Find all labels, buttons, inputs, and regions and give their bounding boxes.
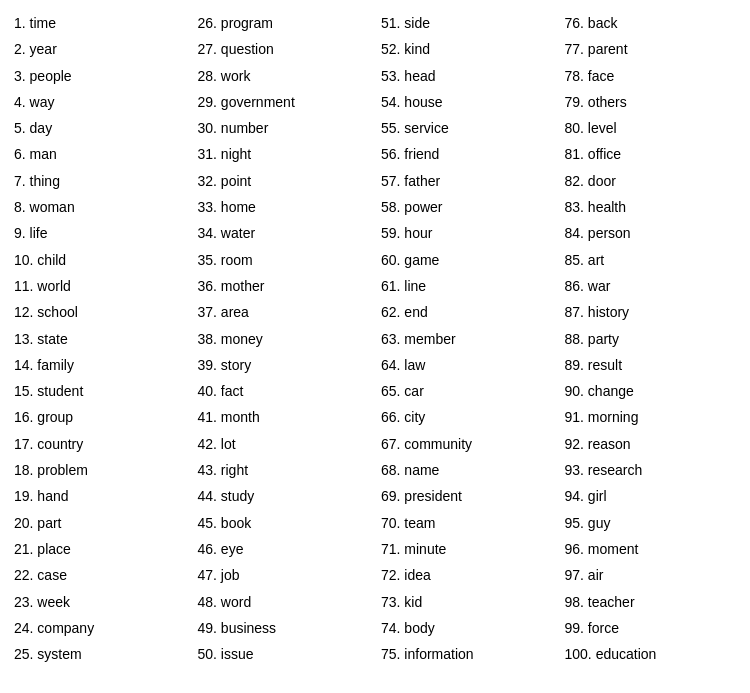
list-item: 88. party [563, 326, 739, 352]
list-item: 35. room [196, 247, 372, 273]
list-item: 48. word [196, 589, 372, 615]
list-item: 42. lot [196, 431, 372, 457]
main-container: 1. time2. year3. people4. way5. day6. ma… [0, 0, 750, 677]
list-item: 52. kind [379, 36, 555, 62]
list-item: 45. book [196, 510, 372, 536]
list-item: 49. business [196, 615, 372, 641]
list-item: 32. point [196, 168, 372, 194]
list-item: 50. issue [196, 641, 372, 667]
list-item: 26. program [196, 10, 372, 36]
list-item: 36. mother [196, 273, 372, 299]
list-item: 70. team [379, 510, 555, 536]
list-item: 9. life [12, 220, 188, 246]
list-item: 30. number [196, 115, 372, 141]
list-item: 94. girl [563, 483, 739, 509]
list-item: 100. education [563, 641, 739, 667]
list-item: 12. school [12, 299, 188, 325]
list-item: 14. family [12, 352, 188, 378]
column-4: 76. back77. parent78. face79. others80. … [559, 10, 743, 667]
list-item: 28. work [196, 63, 372, 89]
list-item: 59. hour [379, 220, 555, 246]
list-item: 8. woman [12, 194, 188, 220]
list-item: 95. guy [563, 510, 739, 536]
list-item: 17. country [12, 431, 188, 457]
list-item: 1. time [12, 10, 188, 36]
list-item: 71. minute [379, 536, 555, 562]
list-item: 44. study [196, 483, 372, 509]
list-item: 91. morning [563, 404, 739, 430]
list-item: 58. power [379, 194, 555, 220]
list-item: 31. night [196, 141, 372, 167]
list-item: 77. parent [563, 36, 739, 62]
list-item: 15. student [12, 378, 188, 404]
list-item: 80. level [563, 115, 739, 141]
list-item: 85. art [563, 247, 739, 273]
list-item: 75. information [379, 641, 555, 667]
list-item: 39. story [196, 352, 372, 378]
list-item: 82. door [563, 168, 739, 194]
list-item: 23. week [12, 589, 188, 615]
list-item: 47. job [196, 562, 372, 588]
list-item: 29. government [196, 89, 372, 115]
list-item: 61. line [379, 273, 555, 299]
list-item: 5. day [12, 115, 188, 141]
list-item: 65. car [379, 378, 555, 404]
list-item: 54. house [379, 89, 555, 115]
list-item: 25. system [12, 641, 188, 667]
list-item: 57. father [379, 168, 555, 194]
list-item: 79. others [563, 89, 739, 115]
list-item: 24. company [12, 615, 188, 641]
list-item: 60. game [379, 247, 555, 273]
list-item: 73. kid [379, 589, 555, 615]
list-item: 43. right [196, 457, 372, 483]
list-item: 66. city [379, 404, 555, 430]
list-item: 21. place [12, 536, 188, 562]
column-3: 51. side52. kind53. head54. house55. ser… [375, 10, 559, 667]
list-item: 34. water [196, 220, 372, 246]
list-item: 40. fact [196, 378, 372, 404]
list-item: 72. idea [379, 562, 555, 588]
list-item: 76. back [563, 10, 739, 36]
list-item: 18. problem [12, 457, 188, 483]
list-item: 51. side [379, 10, 555, 36]
list-item: 11. world [12, 273, 188, 299]
list-item: 13. state [12, 326, 188, 352]
column-2: 26. program27. question28. work29. gover… [192, 10, 376, 667]
list-item: 84. person [563, 220, 739, 246]
list-item: 93. research [563, 457, 739, 483]
list-item: 46. eye [196, 536, 372, 562]
list-item: 68. name [379, 457, 555, 483]
list-item: 98. teacher [563, 589, 739, 615]
list-item: 27. question [196, 36, 372, 62]
list-item: 22. case [12, 562, 188, 588]
list-item: 19. hand [12, 483, 188, 509]
list-item: 6. man [12, 141, 188, 167]
list-item: 4. way [12, 89, 188, 115]
list-item: 69. president [379, 483, 555, 509]
list-item: 96. moment [563, 536, 739, 562]
list-item: 97. air [563, 562, 739, 588]
list-item: 37. area [196, 299, 372, 325]
list-item: 33. home [196, 194, 372, 220]
list-item: 64. law [379, 352, 555, 378]
column-1: 1. time2. year3. people4. way5. day6. ma… [8, 10, 192, 667]
list-item: 3. people [12, 63, 188, 89]
list-item: 53. head [379, 63, 555, 89]
list-item: 78. face [563, 63, 739, 89]
list-item: 41. month [196, 404, 372, 430]
list-item: 16. group [12, 404, 188, 430]
list-item: 87. history [563, 299, 739, 325]
list-item: 55. service [379, 115, 555, 141]
list-item: 90. change [563, 378, 739, 404]
list-item: 86. war [563, 273, 739, 299]
list-item: 2. year [12, 36, 188, 62]
list-item: 92. reason [563, 431, 739, 457]
list-item: 81. office [563, 141, 739, 167]
list-item: 63. member [379, 326, 555, 352]
list-item: 74. body [379, 615, 555, 641]
list-item: 7. thing [12, 168, 188, 194]
list-item: 10. child [12, 247, 188, 273]
list-item: 83. health [563, 194, 739, 220]
list-item: 56. friend [379, 141, 555, 167]
list-item: 62. end [379, 299, 555, 325]
